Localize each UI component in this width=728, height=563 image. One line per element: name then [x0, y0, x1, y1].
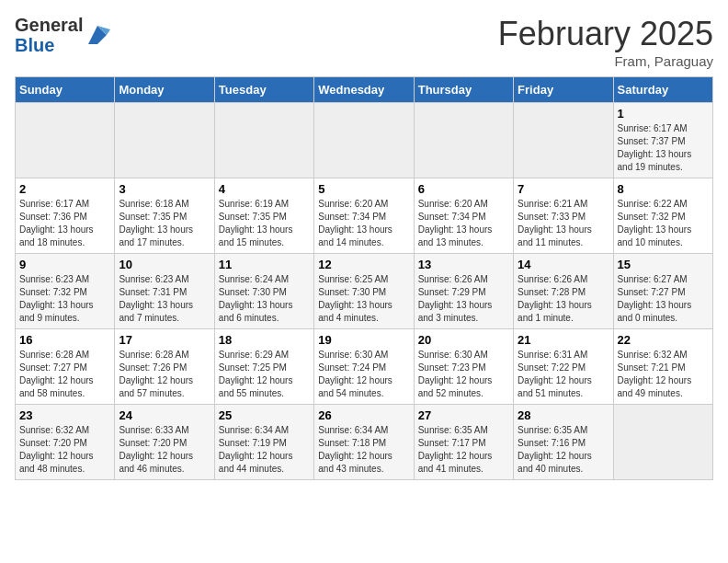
page-header: General Blue February 2025 Fram, Paragua…	[15, 15, 713, 69]
day-info: Sunrise: 6:26 AM Sunset: 7:28 PM Dayligh…	[518, 273, 609, 325]
day-info: Sunrise: 6:17 AM Sunset: 7:37 PM Dayligh…	[618, 122, 709, 174]
weekday-header-tuesday: Tuesday	[214, 77, 313, 103]
weekday-header-friday: Friday	[514, 77, 613, 103]
day-number: 22	[618, 333, 709, 347]
day-number: 4	[219, 182, 310, 196]
day-number: 19	[318, 333, 409, 347]
day-number: 12	[318, 258, 409, 271]
calendar-day-cell: 4Sunrise: 6:19 AM Sunset: 7:35 PM Daylig…	[214, 178, 313, 254]
calendar-week-row: 2Sunrise: 6:17 AM Sunset: 7:36 PM Daylig…	[16, 178, 713, 254]
weekday-header-wednesday: Wednesday	[314, 77, 414, 103]
calendar-day-cell: 10Sunrise: 6:23 AM Sunset: 7:31 PM Dayli…	[115, 254, 214, 329]
day-number: 26	[318, 408, 409, 422]
logo-blue: Blue	[15, 35, 54, 55]
calendar-day-cell: 19Sunrise: 6:30 AM Sunset: 7:24 PM Dayli…	[314, 329, 414, 405]
day-info: Sunrise: 6:17 AM Sunset: 7:36 PM Dayligh…	[19, 198, 110, 249]
calendar-day-cell: 6Sunrise: 6:20 AM Sunset: 7:34 PM Daylig…	[414, 178, 513, 254]
location: Fram, Paraguay	[498, 53, 713, 69]
day-number: 2	[19, 182, 110, 196]
calendar-day-cell: 1Sunrise: 6:17 AM Sunset: 7:37 PM Daylig…	[613, 103, 712, 178]
day-number: 21	[518, 333, 609, 347]
calendar-day-cell: 27Sunrise: 6:35 AM Sunset: 7:17 PM Dayli…	[414, 405, 513, 480]
day-info: Sunrise: 6:34 AM Sunset: 7:18 PM Dayligh…	[318, 424, 409, 476]
calendar-day-cell: 14Sunrise: 6:26 AM Sunset: 7:28 PM Dayli…	[514, 254, 613, 329]
calendar-day-cell	[314, 103, 414, 178]
day-info: Sunrise: 6:23 AM Sunset: 7:31 PM Dayligh…	[119, 273, 210, 325]
calendar-table: SundayMondayTuesdayWednesdayThursdayFrid…	[15, 76, 713, 480]
day-number: 15	[618, 258, 709, 271]
day-number: 18	[219, 333, 310, 347]
day-info: Sunrise: 6:32 AM Sunset: 7:21 PM Dayligh…	[618, 349, 709, 400]
logo: General Blue	[15, 15, 110, 55]
weekday-header-row: SundayMondayTuesdayWednesdayThursdayFrid…	[16, 77, 713, 103]
day-info: Sunrise: 6:20 AM Sunset: 7:34 PM Dayligh…	[318, 198, 409, 249]
day-info: Sunrise: 6:24 AM Sunset: 7:30 PM Dayligh…	[219, 273, 310, 325]
calendar-day-cell: 7Sunrise: 6:21 AM Sunset: 7:33 PM Daylig…	[514, 178, 613, 254]
day-number: 1	[618, 107, 709, 121]
day-number: 5	[318, 182, 409, 196]
day-info: Sunrise: 6:27 AM Sunset: 7:27 PM Dayligh…	[618, 273, 709, 325]
day-info: Sunrise: 6:31 AM Sunset: 7:22 PM Dayligh…	[518, 349, 609, 400]
logo-icon	[85, 22, 110, 48]
calendar-day-cell	[115, 103, 214, 178]
day-info: Sunrise: 6:23 AM Sunset: 7:32 PM Dayligh…	[19, 273, 110, 325]
calendar-day-cell: 20Sunrise: 6:30 AM Sunset: 7:23 PM Dayli…	[414, 329, 513, 405]
day-number: 14	[518, 258, 609, 271]
calendar-week-row: 9Sunrise: 6:23 AM Sunset: 7:32 PM Daylig…	[16, 254, 713, 329]
day-number: 27	[418, 408, 509, 422]
day-info: Sunrise: 6:26 AM Sunset: 7:29 PM Dayligh…	[418, 273, 509, 325]
day-number: 3	[119, 182, 210, 196]
day-info: Sunrise: 6:34 AM Sunset: 7:19 PM Dayligh…	[219, 424, 310, 476]
weekday-header-sunday: Sunday	[16, 77, 115, 103]
day-number: 9	[19, 258, 110, 271]
day-number: 16	[19, 333, 110, 347]
calendar-day-cell: 15Sunrise: 6:27 AM Sunset: 7:27 PM Dayli…	[613, 254, 712, 329]
calendar-day-cell: 9Sunrise: 6:23 AM Sunset: 7:32 PM Daylig…	[16, 254, 115, 329]
day-number: 6	[418, 182, 509, 196]
day-info: Sunrise: 6:19 AM Sunset: 7:35 PM Dayligh…	[219, 198, 310, 249]
day-info: Sunrise: 6:30 AM Sunset: 7:23 PM Dayligh…	[418, 349, 509, 400]
day-info: Sunrise: 6:28 AM Sunset: 7:27 PM Dayligh…	[19, 349, 110, 400]
weekday-header-monday: Monday	[115, 77, 214, 103]
calendar-day-cell: 12Sunrise: 6:25 AM Sunset: 7:30 PM Dayli…	[314, 254, 414, 329]
weekday-header-saturday: Saturday	[613, 77, 712, 103]
calendar-day-cell: 21Sunrise: 6:31 AM Sunset: 7:22 PM Dayli…	[514, 329, 613, 405]
day-info: Sunrise: 6:33 AM Sunset: 7:20 PM Dayligh…	[119, 424, 210, 476]
day-info: Sunrise: 6:20 AM Sunset: 7:34 PM Dayligh…	[418, 198, 509, 249]
calendar-day-cell	[514, 103, 613, 178]
weekday-header-thursday: Thursday	[414, 77, 513, 103]
day-info: Sunrise: 6:35 AM Sunset: 7:16 PM Dayligh…	[518, 424, 609, 476]
calendar-week-row: 23Sunrise: 6:32 AM Sunset: 7:20 PM Dayli…	[16, 405, 713, 480]
day-info: Sunrise: 6:21 AM Sunset: 7:33 PM Dayligh…	[518, 198, 609, 249]
calendar-day-cell: 5Sunrise: 6:20 AM Sunset: 7:34 PM Daylig…	[314, 178, 414, 254]
day-number: 23	[19, 408, 110, 422]
day-number: 17	[119, 333, 210, 347]
calendar-day-cell: 28Sunrise: 6:35 AM Sunset: 7:16 PM Dayli…	[514, 405, 613, 480]
day-info: Sunrise: 6:18 AM Sunset: 7:35 PM Dayligh…	[119, 198, 210, 249]
day-number: 10	[119, 258, 210, 271]
day-info: Sunrise: 6:35 AM Sunset: 7:17 PM Dayligh…	[418, 424, 509, 476]
day-number: 8	[618, 182, 709, 196]
day-number: 25	[219, 408, 310, 422]
calendar-week-row: 1Sunrise: 6:17 AM Sunset: 7:37 PM Daylig…	[16, 103, 713, 178]
day-info: Sunrise: 6:29 AM Sunset: 7:25 PM Dayligh…	[219, 349, 310, 400]
day-number: 20	[418, 333, 509, 347]
calendar-day-cell: 26Sunrise: 6:34 AM Sunset: 7:18 PM Dayli…	[314, 405, 414, 480]
calendar-day-cell: 16Sunrise: 6:28 AM Sunset: 7:27 PM Dayli…	[16, 329, 115, 405]
calendar-week-row: 16Sunrise: 6:28 AM Sunset: 7:27 PM Dayli…	[16, 329, 713, 405]
calendar-day-cell: 25Sunrise: 6:34 AM Sunset: 7:19 PM Dayli…	[214, 405, 313, 480]
calendar-day-cell: 8Sunrise: 6:22 AM Sunset: 7:32 PM Daylig…	[613, 178, 712, 254]
calendar-day-cell	[414, 103, 513, 178]
day-info: Sunrise: 6:30 AM Sunset: 7:24 PM Dayligh…	[318, 349, 409, 400]
calendar-day-cell	[16, 103, 115, 178]
month-title: February 2025	[498, 15, 713, 53]
calendar-day-cell	[214, 103, 313, 178]
day-number: 7	[518, 182, 609, 196]
calendar-day-cell	[613, 405, 712, 480]
calendar-day-cell: 13Sunrise: 6:26 AM Sunset: 7:29 PM Dayli…	[414, 254, 513, 329]
calendar-day-cell: 18Sunrise: 6:29 AM Sunset: 7:25 PM Dayli…	[214, 329, 313, 405]
calendar-day-cell: 11Sunrise: 6:24 AM Sunset: 7:30 PM Dayli…	[214, 254, 313, 329]
calendar-day-cell: 23Sunrise: 6:32 AM Sunset: 7:20 PM Dayli…	[16, 405, 115, 480]
calendar-day-cell: 22Sunrise: 6:32 AM Sunset: 7:21 PM Dayli…	[613, 329, 712, 405]
logo-general: General	[15, 15, 83, 35]
